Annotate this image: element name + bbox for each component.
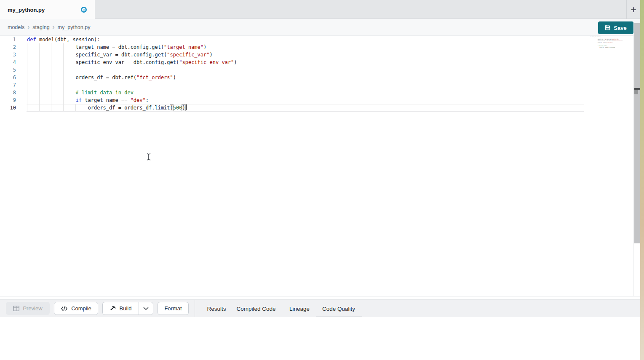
- code-line[interactable]: if target_name == "dev":: [19, 96, 237, 104]
- chevron-right-icon: ›: [53, 23, 55, 30]
- format-button[interactable]: Format: [158, 302, 189, 315]
- line-number: 1: [0, 36, 19, 43]
- chevron-down-icon: [143, 307, 149, 310]
- code-line[interactable]: [19, 66, 237, 74]
- unsaved-changes-icon: [81, 7, 87, 13]
- line-number: 8: [0, 89, 19, 96]
- preview-button-label: Preview: [23, 305, 42, 312]
- code-line[interactable]: # limit data in dev: [19, 89, 237, 96]
- build-button[interactable]: Build: [102, 302, 139, 315]
- preview-button[interactable]: Preview: [6, 302, 50, 315]
- code-line[interactable]: specific_env_var = dbt.config.get("speci…: [19, 59, 237, 66]
- divider: [633, 36, 633, 296]
- hammer-icon: [110, 306, 116, 312]
- code-line[interactable]: specific_var = dbt.config.get("specific_…: [19, 51, 237, 59]
- code-line[interactable]: [19, 81, 237, 89]
- line-number: 6: [0, 74, 19, 81]
- code-line[interactable]: orders_df = orders_df.limit(500): [589, 47, 631, 48]
- save-button-label: Save: [614, 25, 626, 31]
- line-number: 5: [0, 66, 19, 74]
- minimap[interactable]: def model(dbt, session): target_name = d…: [589, 36, 631, 61]
- code-line[interactable]: orders_df = orders_df.limit(500): [19, 104, 237, 112]
- ibeam-cursor-icon: [145, 153, 152, 161]
- code-icon: [61, 306, 68, 311]
- editor-scrollbar-thumb[interactable]: [634, 90, 638, 94]
- code-content[interactable]: def model(dbt, session): target_name = d…: [19, 36, 237, 112]
- new-tab-button[interactable]: +: [627, 0, 640, 19]
- panel-tab-compiled-code[interactable]: Compiled Code: [233, 300, 279, 317]
- save-button[interactable]: Save: [598, 21, 633, 34]
- results-panel: [0, 317, 644, 360]
- editor-toolbar: Preview Compile: [0, 299, 640, 317]
- line-number: 7: [0, 81, 19, 89]
- save-icon: [605, 25, 611, 31]
- panel-tab-lineage[interactable]: Lineage: [283, 300, 316, 317]
- line-number: 10: [0, 104, 19, 112]
- chevron-right-icon: ›: [27, 23, 29, 30]
- compile-button[interactable]: Compile: [54, 302, 98, 315]
- minimap-content: def model(dbt, session): target_name = d…: [589, 36, 631, 48]
- breadcrumb-staging[interactable]: staging: [32, 24, 49, 30]
- editor-scrollbar-track[interactable]: [634, 23, 640, 243]
- line-number: 3: [0, 51, 19, 59]
- file-tab-title: my_python.py: [8, 7, 45, 13]
- breadcrumb-models[interactable]: models: [8, 24, 24, 30]
- line-number: 2: [0, 43, 19, 51]
- divider: [195, 300, 195, 317]
- panel-tab-results[interactable]: Results: [202, 300, 231, 317]
- code-editor[interactable]: 12345678910 def model(dbt, session): tar…: [0, 36, 640, 296]
- line-number-gutter: 12345678910: [0, 36, 19, 112]
- line-number: 9: [0, 96, 19, 104]
- tab-bar: [0, 0, 640, 19]
- code-line[interactable]: target_name = dbt.config.get("target_nam…: [19, 43, 237, 51]
- text-cursor: [186, 104, 187, 110]
- compile-button-label: Compile: [71, 305, 91, 312]
- format-button-label: Format: [164, 305, 182, 312]
- line-number: 4: [0, 59, 19, 66]
- breadcrumb: models › staging › my_python.py: [0, 19, 640, 36]
- ide-window: my_python.py + models › staging › my_pyt…: [0, 0, 644, 360]
- code-line[interactable]: def model(dbt, session):: [19, 36, 237, 43]
- panel-tab-code-quality[interactable]: Code Quality: [317, 300, 361, 317]
- table-grid-icon: [13, 306, 19, 311]
- window-edge-strip: [640, 0, 644, 360]
- divider: [0, 296, 640, 296]
- build-button-label: Build: [120, 305, 132, 312]
- build-options-button[interactable]: [139, 302, 153, 315]
- code-line[interactable]: orders_df = dbt.ref("fct_orders"): [19, 74, 237, 81]
- breadcrumb-file[interactable]: my_python.py: [58, 24, 91, 30]
